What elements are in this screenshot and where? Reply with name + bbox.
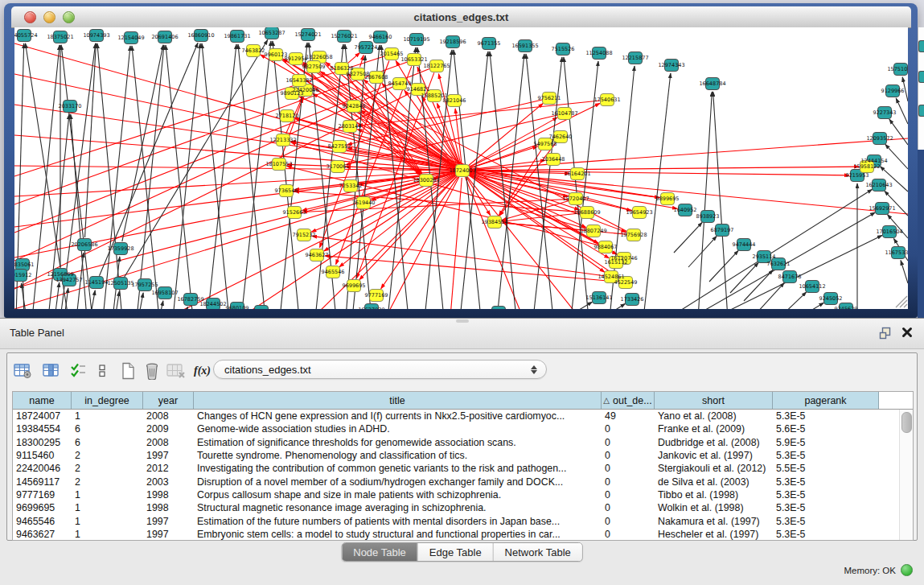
select-rows-button[interactable] — [70, 363, 86, 379]
node-label: 12215877 — [622, 55, 648, 61]
node-label: 9756211 — [538, 95, 561, 101]
table-cell: 9463627 — [13, 529, 72, 540]
node-label: 18244502 — [199, 301, 226, 307]
node-label: 18300295 — [413, 177, 439, 183]
table-cell: 5.3E-5 — [773, 502, 879, 513]
row-height-button[interactable] — [97, 363, 107, 379]
node-label: 9736546 — [275, 187, 298, 194]
canvas-resize-grip[interactable] — [896, 296, 907, 307]
tab-edge-table[interactable]: Edge Table — [418, 543, 494, 561]
table-cell: 1998 — [143, 502, 194, 513]
network-edge — [503, 213, 580, 221]
node-label: 17957255 — [131, 282, 158, 288]
background-network-node — [918, 105, 924, 117]
network-edge — [125, 40, 268, 278]
column-header-pagerank[interactable]: pagerank — [773, 392, 879, 409]
show-columns-button[interactable] — [43, 363, 60, 379]
table-row[interactable]: 969969511998Structural magnetic resonanc… — [13, 501, 899, 514]
node-label: 18807249 — [580, 228, 606, 234]
network-edge — [730, 262, 758, 293]
table-row[interactable]: 977716911998Corpus callosum shape and si… — [13, 488, 899, 501]
node-label: 8938923 — [696, 213, 720, 220]
node-label: 9463627 — [306, 252, 329, 258]
column-header-label: in_degree — [84, 395, 129, 406]
table-row[interactable]: 1938455462009Genome-wide association stu… — [13, 422, 899, 435]
column-header-year[interactable]: year — [143, 392, 194, 409]
network-edge — [169, 174, 456, 309]
node-label: 1835061 — [14, 262, 34, 268]
network-view-window[interactable]: citations_edges.txt 14055724183750211097… — [4, 3, 918, 318]
tab-network-table[interactable]: Network Table — [494, 543, 582, 561]
table-source-dropdown[interactable]: citations_edges.txt — [213, 360, 547, 379]
column-header-label: out_de... — [613, 395, 652, 406]
column-header-title[interactable]: title — [194, 392, 602, 409]
delete-column-button[interactable] — [144, 362, 160, 380]
panel-resize-handle[interactable] — [456, 319, 469, 323]
table-cell: 5.3E-5 — [773, 410, 879, 422]
column-header-name[interactable]: name — [13, 392, 72, 409]
table-panel-titlebar: Table Panel — [0, 318, 924, 349]
node-label: 8912954 — [285, 56, 308, 62]
network-edge — [602, 303, 626, 309]
tab-node-table[interactable]: Node Table — [342, 543, 418, 561]
node-label: 10653287 — [258, 30, 285, 36]
table-cell: 9777169 — [13, 489, 72, 501]
window-title: citations_edges.txt — [11, 11, 911, 23]
node-label: 16958107 — [151, 290, 178, 296]
node-label: 3915912 — [14, 272, 31, 278]
column-header-label: name — [29, 395, 54, 406]
table-cell: Yano et al. (2008) — [655, 410, 773, 422]
table-cell: 2 — [72, 450, 143, 461]
node-label: 4522549 — [614, 279, 638, 286]
close-panel-icon[interactable] — [901, 327, 913, 338]
column-header-label: short — [702, 395, 725, 406]
function-builder-button[interactable]: f(x) — [194, 365, 211, 377]
node-label: 18226058 — [306, 54, 332, 60]
table-cell: 5.6E-5 — [773, 423, 879, 435]
table-toolbar: f(x) — [14, 357, 211, 385]
delete-column-icon — [144, 362, 160, 380]
node-label: 11675333 — [885, 249, 908, 256]
network-edge — [85, 43, 97, 237]
table-cell: 9699695 — [13, 502, 72, 513]
node-label: 19654923 — [626, 209, 652, 216]
node-label: 9680109 — [226, 305, 249, 309]
table-cell: 1 — [72, 489, 143, 501]
table-row[interactable]: 946554611997Estimation of the future num… — [13, 514, 899, 527]
network-edge — [283, 59, 618, 254]
network-edge — [122, 45, 163, 241]
network-edge — [713, 92, 728, 309]
table-row[interactable]: 1830029562008Estimation of significance … — [13, 436, 899, 449]
vertical-scrollbar[interactable] — [899, 410, 913, 540]
column-header-out_de[interactable]: △out_de... — [602, 392, 655, 409]
table-mode-button[interactable] — [14, 363, 33, 379]
table-cell: Changes of HCN gene expression and I(f) … — [194, 410, 602, 422]
network-canvas[interactable]: 1405572418375021109743931215404920691406… — [14, 27, 908, 309]
table-row[interactable]: 1456911722003Disruption of a novel membe… — [13, 475, 899, 488]
table-row[interactable]: 1872400712008Changes of HCN gene express… — [13, 410, 899, 422]
new-column-button[interactable] — [120, 362, 136, 380]
float-window-icon[interactable] — [879, 327, 892, 340]
table-cell: Investigating the contribution of common… — [194, 463, 602, 474]
table-cell: 5.3E-5 — [773, 529, 879, 540]
table-cell: 5.9E-5 — [773, 437, 879, 448]
network-edge — [207, 44, 236, 309]
node-label: 2036448 — [542, 156, 565, 163]
table-cell: 0 — [602, 516, 655, 527]
table-row[interactable]: 946362711997Embryonic stem cells: a mode… — [13, 528, 899, 540]
column-header-in_degree[interactable]: in_degree — [72, 392, 143, 409]
node-label: 14055724 — [14, 32, 38, 39]
node-label: 20206586 — [71, 241, 97, 248]
window-titlebar[interactable]: citations_edges.txt — [11, 6, 911, 28]
table-cell: 19384554 — [13, 423, 72, 435]
network-edge — [798, 303, 823, 309]
node-label: 12154049 — [117, 35, 144, 41]
table-row[interactable]: 2242004622012Investigating the contribut… — [13, 462, 899, 475]
memory-ok-indicator — [901, 564, 913, 576]
column-header-short[interactable]: short — [655, 392, 773, 409]
node-label: 2935114 — [753, 253, 776, 260]
node-label: 17540631 — [593, 97, 620, 103]
table-row[interactable]: 911546021997Tourette syndrome. Phenomeno… — [13, 449, 899, 462]
scrollbar-thumb[interactable] — [901, 412, 912, 433]
table-cell: 5.3E-5 — [773, 450, 879, 461]
